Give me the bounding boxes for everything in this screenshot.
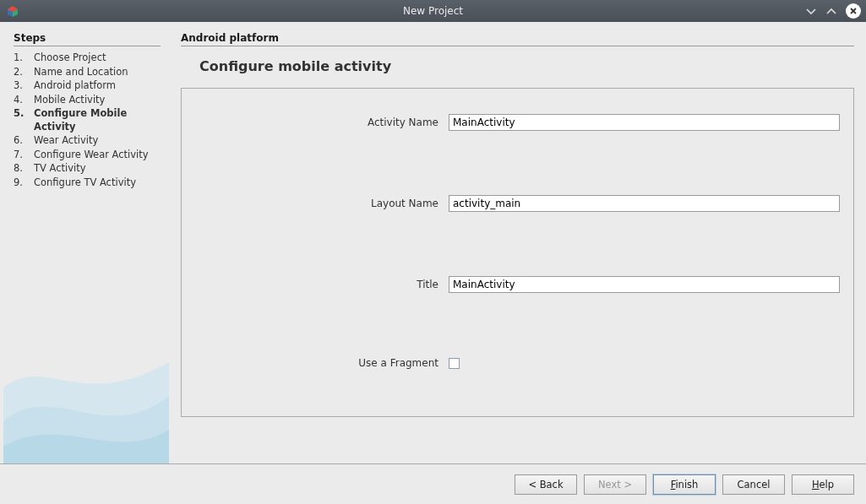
step-item: 1.Choose Project bbox=[14, 51, 161, 65]
next-button: Next > bbox=[584, 474, 646, 495]
back-button[interactable]: < Back bbox=[515, 474, 577, 495]
row-activity-name: Activity Name bbox=[195, 114, 840, 131]
content-heading: Android platform bbox=[181, 32, 854, 46]
close-icon[interactable] bbox=[846, 3, 861, 19]
page-title: Configure mobile activity bbox=[199, 58, 854, 74]
main-area: Steps 1.Choose Project 2.Name and Locati… bbox=[0, 22, 866, 463]
label-activity-name: Activity Name bbox=[195, 117, 449, 128]
form-panel: Activity Name Layout Name Title Use a Fr… bbox=[181, 88, 854, 417]
checkbox-cell bbox=[449, 357, 840, 369]
input-activity-name[interactable] bbox=[449, 114, 840, 131]
step-item: 6.Wear Activity bbox=[14, 134, 161, 148]
row-use-fragment: Use a Fragment bbox=[195, 357, 840, 369]
maximize-icon[interactable] bbox=[825, 4, 837, 18]
steps-heading: Steps bbox=[14, 32, 161, 46]
titlebar: New Project bbox=[0, 0, 866, 22]
content-panel: Android platform Configure mobile activi… bbox=[169, 25, 866, 463]
label-use-fragment: Use a Fragment bbox=[195, 357, 449, 369]
window-title: New Project bbox=[403, 5, 463, 17]
decorative-wave-icon bbox=[3, 337, 169, 463]
checkbox-use-fragment[interactable] bbox=[449, 358, 460, 369]
step-item: 3.Android platform bbox=[14, 79, 161, 93]
minimize-icon[interactable] bbox=[805, 4, 817, 18]
input-title[interactable] bbox=[449, 276, 840, 293]
row-layout-name: Layout Name bbox=[195, 195, 840, 212]
button-bar: < Back Next > Finish Cancel Help bbox=[0, 463, 866, 504]
window-controls bbox=[805, 3, 861, 19]
row-title: Title bbox=[195, 276, 840, 293]
finish-button[interactable]: Finish bbox=[653, 474, 716, 495]
input-layout-name[interactable] bbox=[449, 195, 840, 212]
step-item: 8.TV Activity bbox=[14, 162, 161, 176]
step-item: 9.Configure TV Activity bbox=[14, 176, 161, 190]
cancel-button[interactable]: Cancel bbox=[722, 474, 785, 495]
help-button[interactable]: Help bbox=[792, 474, 854, 495]
step-item-current: 5.Configure Mobile Activity bbox=[14, 107, 161, 133]
step-item: 4.Mobile Activity bbox=[14, 94, 161, 107]
steps-list: 1.Choose Project 2.Name and Location 3.A… bbox=[14, 51, 161, 189]
label-layout-name: Layout Name bbox=[195, 198, 449, 209]
step-item: 7.Configure Wear Activity bbox=[14, 149, 161, 162]
app-icon bbox=[5, 3, 20, 19]
label-title: Title bbox=[195, 279, 449, 290]
steps-sidebar: Steps 1.Choose Project 2.Name and Locati… bbox=[3, 25, 169, 463]
step-item: 2.Name and Location bbox=[14, 66, 161, 79]
